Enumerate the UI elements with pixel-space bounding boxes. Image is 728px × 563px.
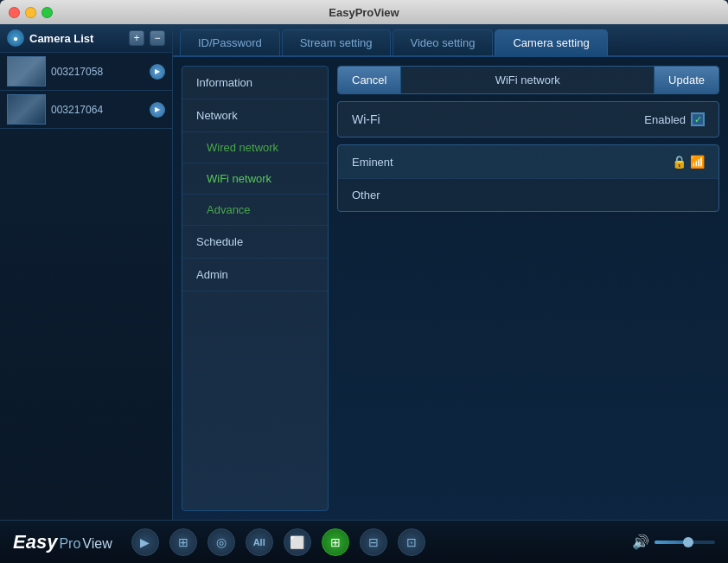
enabled-label: Enabled bbox=[644, 113, 686, 126]
footer: Easy Pro View ▶ ⊞ ◎ All ⬜ ⊞ ⊟ ⊡ 🔊 bbox=[0, 520, 728, 563]
menu-sub-wired-network[interactable]: Wired network bbox=[182, 132, 328, 163]
update-button[interactable]: Update bbox=[654, 67, 718, 93]
panel-area: Information Network Wired network WiFi n… bbox=[173, 57, 728, 520]
camera-item-2[interactable]: 003217064 ▶ bbox=[0, 91, 172, 129]
menu-sub-advance[interactable]: Advance bbox=[182, 195, 328, 226]
logo-pro: Pro bbox=[59, 536, 80, 552]
camera-list-icon: ● bbox=[7, 29, 24, 47]
camera-list-header: ● Camera List + − bbox=[0, 24, 172, 53]
panel-header: Cancel WiFi network Update bbox=[337, 66, 719, 94]
all-btn[interactable]: All bbox=[246, 528, 273, 556]
full-view-btn[interactable]: ⊡ bbox=[398, 528, 425, 556]
network-name-eminent: Eminent bbox=[352, 156, 393, 169]
app-logo: Easy Pro View bbox=[13, 531, 112, 553]
camera-list-label: Camera List bbox=[29, 32, 124, 45]
logo-view: View bbox=[82, 536, 112, 552]
volume-thumb bbox=[683, 537, 693, 547]
menu-item-admin[interactable]: Admin bbox=[182, 259, 328, 291]
menu-sub-wifi-network[interactable]: WiFi network bbox=[182, 163, 328, 195]
maximize-btn[interactable] bbox=[42, 7, 53, 18]
camera-item-1[interactable]: 003217058 ▶ bbox=[0, 53, 172, 91]
network-name-other: Other bbox=[352, 189, 380, 202]
tab-bar: ID/Password Stream setting Video setting… bbox=[173, 24, 728, 57]
tab-video-setting[interactable]: Video setting bbox=[393, 29, 494, 55]
single-view-btn[interactable]: ⬜ bbox=[284, 528, 311, 556]
wifi-signal-icon: 📶 bbox=[690, 155, 705, 169]
close-btn[interactable] bbox=[9, 7, 20, 18]
camera-play-btn-2[interactable]: ▶ bbox=[150, 102, 165, 118]
sidebar: ● Camera List + − 003217058 ▶ 003217064 … bbox=[0, 24, 173, 520]
left-menu: Information Network Wired network WiFi n… bbox=[182, 66, 329, 511]
thumb-img-2 bbox=[8, 95, 45, 124]
logo-easy: Easy bbox=[13, 531, 57, 553]
tab-camera-setting[interactable]: Camera setting bbox=[495, 29, 607, 55]
remove-camera-btn[interactable]: − bbox=[150, 30, 165, 46]
volume-control: 🔊 bbox=[632, 534, 715, 550]
camera-grid-btn[interactable]: ⊞ bbox=[169, 528, 197, 556]
window-controls bbox=[9, 7, 53, 18]
grid-view-btn[interactable]: ⊟ bbox=[360, 528, 387, 556]
content-area: ID/Password Stream setting Video setting… bbox=[173, 24, 728, 520]
right-panel: Cancel WiFi network Update Wi-Fi Enabled… bbox=[337, 66, 719, 511]
network-list: Eminent 🔒 📶 Other bbox=[337, 144, 719, 212]
app-title: EasyProView bbox=[329, 6, 399, 19]
tab-id-password[interactable]: ID/Password bbox=[180, 29, 280, 55]
wifi-enabled-control[interactable]: Enabled ✓ bbox=[644, 112, 705, 126]
camera-id-1: 003217058 bbox=[51, 66, 144, 78]
camera-thumb-2 bbox=[7, 94, 46, 125]
wifi-label: Wi-Fi bbox=[352, 112, 380, 126]
titlebar: EasyProView bbox=[0, 0, 728, 24]
wifi-section: Wi-Fi Enabled ✓ bbox=[337, 101, 719, 138]
network-icons-eminent: 🔒 📶 bbox=[672, 155, 705, 169]
add-camera-btn[interactable]: + bbox=[129, 30, 144, 46]
minimize-btn[interactable] bbox=[25, 7, 36, 18]
camera-thumb-1 bbox=[7, 56, 46, 86]
thumb-img-1 bbox=[8, 57, 45, 86]
panel-title: WiFi network bbox=[401, 74, 654, 86]
volume-slider[interactable] bbox=[655, 541, 715, 544]
network-item-other[interactable]: Other bbox=[338, 179, 718, 211]
volume-icon: 🔊 bbox=[632, 534, 649, 550]
quad-view-btn[interactable]: ⊞ bbox=[322, 528, 349, 556]
camera-id-2: 003217064 bbox=[51, 104, 144, 116]
wifi-checkbox[interactable]: ✓ bbox=[691, 112, 705, 126]
tab-stream-setting[interactable]: Stream setting bbox=[282, 29, 391, 55]
lock-icon: 🔒 bbox=[672, 155, 686, 169]
play-btn[interactable]: ▶ bbox=[131, 528, 159, 556]
camera-play-btn-1[interactable]: ▶ bbox=[150, 64, 165, 80]
menu-item-information[interactable]: Information bbox=[182, 67, 328, 99]
search-btn[interactable]: ◎ bbox=[208, 528, 235, 556]
cancel-button[interactable]: Cancel bbox=[338, 67, 401, 93]
main-container: ● Camera List + − 003217058 ▶ 003217064 … bbox=[0, 24, 728, 520]
menu-item-schedule[interactable]: Schedule bbox=[182, 226, 328, 259]
network-item-eminent[interactable]: Eminent 🔒 📶 bbox=[338, 145, 718, 179]
menu-item-network[interactable]: Network bbox=[182, 99, 328, 132]
